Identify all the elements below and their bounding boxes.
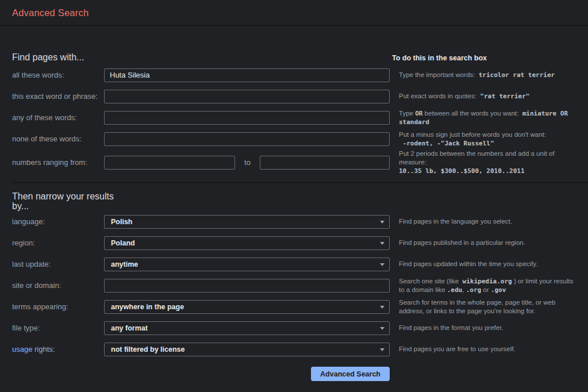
usage-rights-selected-value: not filtered by license	[111, 345, 185, 353]
any-of-these-words-input[interactable]	[104, 111, 390, 125]
exact-word-or-phrase-hint: Put exact words in quotes: "rat terrier"	[390, 92, 580, 101]
usage-rights-select[interactable]: not filtered by license	[104, 343, 390, 356]
advanced-search-form: Find pages with... To do this in the sea…	[0, 52, 588, 381]
chevron-down-icon	[380, 348, 385, 351]
numbers-ranging-hint: Put 2 periods between the numbers and ad…	[390, 149, 580, 175]
terms-appearing-hint: Search for terms in the whole page, page…	[390, 298, 580, 316]
usage-rights-control: not filtered by license	[104, 343, 390, 356]
form-row-none-of-these-words: none of these words:Put a minus sign jus…	[12, 128, 580, 149]
find-section-head: Find pages with... To do this in the sea…	[12, 52, 580, 62]
form-row-site-or-domain: site or domain:Search one site (like wik…	[12, 275, 580, 296]
form-row-last-update: last update:anytimeFind pages updated wi…	[12, 253, 580, 275]
hint-text: Type the important words:	[399, 71, 479, 78]
any-of-these-words-hint: Type OR between all the words you want: …	[390, 109, 580, 126]
region-control: Poland	[104, 236, 390, 250]
form-row-file-type: file type:any formatFind pages in the fo…	[12, 317, 580, 339]
language-selected-value: Polish	[111, 218, 133, 226]
region-label: region:	[12, 239, 104, 247]
hint-text: Put exact words in quotes:	[399, 93, 480, 99]
section-divider	[12, 182, 588, 183]
hint-text: Search for terms in the whole page, page…	[399, 299, 558, 314]
code-example: -rodent, -"Jack Russell"	[399, 140, 494, 147]
hint-text: between all the words you want:	[422, 110, 522, 117]
advanced-search-button[interactable]: Advanced Search	[311, 367, 390, 381]
region-selected-value: Poland	[111, 239, 135, 247]
form-row-usage-rights: usage rights:not filtered by licenseFind…	[12, 339, 580, 360]
file-type-select[interactable]: any format	[104, 321, 390, 335]
none-of-these-words-hint: Put a minus sign just before words you d…	[390, 130, 580, 148]
terms-appearing-selected-value: anywhere in the page	[111, 303, 184, 311]
submit-row: Advanced Search	[12, 367, 390, 381]
numbers-ranging-from-input[interactable]	[104, 156, 235, 170]
usage-rights-label[interactable]: usage rights:	[12, 345, 104, 353]
hint-text: Find pages published in a particular reg…	[399, 239, 525, 246]
code-example: wikipedia.org	[463, 278, 512, 285]
all-these-words-label: all these words:	[12, 71, 104, 79]
code-example: tricolor rat terrier	[479, 71, 555, 79]
exact-word-or-phrase-label: this exact word or phrase:	[12, 92, 104, 101]
code-example: "rat terrier"	[480, 93, 529, 100]
exact-word-or-phrase-control	[104, 90, 390, 103]
code-example: .org	[466, 286, 482, 294]
chevron-down-icon	[380, 242, 385, 245]
hint-text: Find pages in the format you prefer.	[399, 324, 504, 331]
search-box-hints-heading: To do this in the search box	[390, 54, 580, 62]
hint-text: Put 2 periods between the numbers and ad…	[399, 150, 556, 166]
form-row-language: language:PolishFind pages in the languag…	[12, 211, 580, 232]
chevron-down-icon	[380, 221, 385, 224]
code-example: .gov	[491, 286, 506, 294]
hint-text: Find pages you are free to use yourself.	[399, 345, 516, 352]
usage-rights-hint: Find pages you are free to use yourself.	[390, 345, 580, 353]
page-title: Advanced Search	[12, 7, 89, 18]
last-update-select[interactable]: anytime	[104, 258, 390, 271]
form-row-numbers-ranging: numbers ranging from:toPut 2 periods bet…	[12, 149, 580, 171]
region-select[interactable]: Poland	[104, 236, 390, 250]
terms-appearing-control: anywhere in the page	[104, 300, 390, 314]
narrow-rows: language:PolishFind pages in the languag…	[12, 211, 580, 360]
exact-word-or-phrase-input[interactable]	[104, 90, 390, 103]
last-update-label: last update:	[12, 260, 104, 268]
language-select[interactable]: Polish	[104, 215, 390, 229]
none-of-these-words-control	[104, 132, 390, 146]
file-type-control: any format	[104, 321, 390, 335]
site-or-domain-hint: Search one site (like wikipedia.org ) or…	[390, 277, 580, 294]
numbers-ranging-control: to	[104, 156, 390, 170]
any-of-these-words-control	[104, 111, 390, 125]
last-update-hint: Find pages updated within the time you s…	[390, 260, 580, 268]
site-or-domain-input[interactable]	[104, 279, 390, 293]
hint-text: Find pages in the language you select.	[399, 218, 512, 225]
hint-text: Type	[399, 110, 415, 117]
none-of-these-words-input[interactable]	[104, 132, 390, 146]
narrow-results-heading: Then narrow your results by...	[12, 191, 118, 211]
code-example: .edu	[447, 286, 463, 294]
site-or-domain-label: site or domain:	[12, 281, 104, 290]
chevron-down-icon	[380, 327, 385, 330]
find-pages-heading: Find pages with...	[12, 52, 390, 62]
language-hint: Find pages in the language you select.	[390, 217, 580, 226]
find-rows: all these words:Type the important words…	[12, 64, 580, 171]
all-these-words-input[interactable]	[104, 68, 390, 82]
chevron-down-icon	[380, 263, 385, 266]
page-header: Advanced Search	[0, 0, 588, 26]
numbers-ranging-to-label: to	[244, 158, 251, 167]
form-row-terms-appearing: terms appearing:anywhere in the pageSear…	[12, 296, 580, 317]
file-type-label: file type:	[12, 324, 104, 332]
chevron-down-icon	[380, 306, 385, 309]
form-row-any-of-these-words: any of these words:Type OR between all t…	[12, 107, 580, 128]
hint-text: Find pages updated within the time you s…	[399, 260, 537, 267]
form-row-all-these-words: all these words:Type the important words…	[12, 64, 580, 86]
code-example: OR	[415, 110, 422, 117]
file-type-hint: Find pages in the format you prefer.	[390, 324, 580, 332]
code-example: 10..35 lb, $300..$500, 2010..2011	[399, 167, 525, 175]
terms-appearing-select[interactable]: anywhere in the page	[104, 300, 390, 314]
all-these-words-hint: Type the important words: tricolor rat t…	[390, 71, 580, 79]
form-row-region: region:PolandFind pages published in a p…	[12, 232, 580, 253]
all-these-words-control	[104, 68, 390, 82]
file-type-selected-value: any format	[111, 324, 148, 332]
terms-appearing-label: terms appearing:	[12, 302, 104, 311]
language-control: Polish	[104, 215, 390, 229]
any-of-these-words-label: any of these words:	[12, 113, 104, 122]
numbers-ranging-to-input[interactable]	[260, 156, 390, 170]
last-update-control: anytime	[104, 258, 390, 271]
hint-text: or	[481, 286, 491, 293]
